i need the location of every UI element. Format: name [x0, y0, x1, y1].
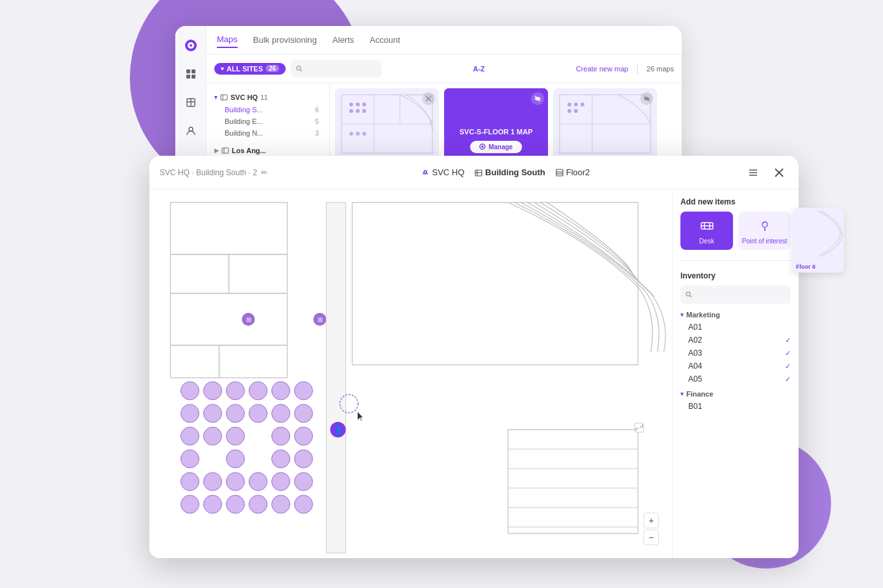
list-icon-btn[interactable]: [744, 164, 762, 182]
breadcrumb-floor: Floor2: [556, 167, 590, 177]
tree-item-building-e[interactable]: Building E... 5: [212, 116, 324, 127]
svg-point-92: [227, 450, 245, 468]
svg-point-105: [272, 495, 290, 513]
edit-icon[interactable]: ✏: [261, 168, 267, 177]
inventory-section: Inventory ▾ Marketing: [680, 271, 791, 415]
front-header: SVC HQ · Building South · 2 ✏ SVC HQ: [149, 156, 799, 190]
svg-point-90: [295, 427, 313, 445]
add-items-title: Add new items: [680, 197, 791, 206]
sort-label[interactable]: A-Z: [473, 65, 484, 73]
svg-rect-4: [192, 69, 195, 73]
manage-button[interactable]: Manage: [470, 141, 521, 153]
nav-account[interactable]: Account: [369, 32, 400, 47]
svg-rect-6: [192, 75, 195, 79]
svg-text:⊞: ⊞: [246, 316, 251, 323]
front-header-left: SVC HQ · Building South · 2 ✏: [160, 168, 267, 177]
svg-line-129: [690, 296, 692, 298]
tree-group-header-la[interactable]: ▶ Los Ang...: [212, 144, 324, 157]
sidebar-icon-building[interactable]: [182, 93, 200, 112]
svg-rect-111: [327, 202, 346, 553]
svg-point-103: [227, 495, 245, 513]
hide-icon-floor5[interactable]: [640, 92, 653, 105]
create-link[interactable]: Create new map: [576, 65, 628, 73]
svg-point-96: [204, 472, 222, 491]
tree-group-svchq: ▾ SVC HQ 11 Building S... 6: [206, 88, 329, 141]
nav-maps[interactable]: Maps: [217, 32, 238, 48]
inventory-item-a02[interactable]: A02 ✓: [680, 334, 791, 347]
svg-point-106: [295, 495, 313, 513]
svg-point-104: [249, 495, 267, 513]
svg-point-94: [295, 450, 313, 468]
svg-rect-5: [186, 75, 190, 79]
nav-alerts[interactable]: Alerts: [332, 32, 354, 47]
right-panel: Add new items Desk: [672, 190, 799, 558]
svg-point-84: [272, 404, 290, 423]
inventory-item-a01[interactable]: A01: [680, 321, 791, 334]
svg-point-48: [567, 103, 571, 106]
add-desk-button[interactable]: Desk: [680, 212, 733, 250]
nav-bulk[interactable]: Bulk provisioning: [253, 32, 317, 47]
zoom-controls: + −: [643, 513, 659, 545]
tree-item-building-n[interactable]: Building N... 3: [212, 127, 324, 139]
sidebar-icon-users[interactable]: [182, 122, 200, 140]
svg-text:👤: 👤: [334, 425, 343, 434]
svg-point-78: [272, 382, 290, 400]
svg-point-30: [362, 109, 366, 113]
extra-floor6-card: Floor 6: [792, 208, 844, 273]
hide-icon-floor2[interactable]: [422, 92, 435, 105]
svg-rect-19: [222, 148, 229, 153]
svg-point-79: [295, 382, 313, 400]
hide-icon-floor3[interactable]: [531, 92, 544, 105]
floor-plan-svg: ⊞ ⊞: [149, 190, 672, 558]
svg-point-97: [227, 472, 245, 491]
all-sites-badge[interactable]: ▾ ALL SITES 26: [214, 63, 286, 75]
svg-point-95: [181, 472, 199, 491]
svg-point-32: [356, 132, 360, 136]
sidebar-icon-map[interactable]: [182, 65, 200, 83]
svg-point-99: [272, 472, 290, 491]
svg-point-52: [574, 109, 578, 113]
divider-1: [680, 260, 791, 261]
filter-bar: ▾ ALL SITES 26 A-Z Create new map | 26 m…: [206, 55, 682, 83]
inventory-item-a03[interactable]: A03 ✓: [680, 347, 791, 360]
add-items-grid: Desk Point of interest: [680, 212, 791, 250]
svg-point-29: [356, 109, 360, 113]
zoom-out-button[interactable]: −: [643, 530, 659, 545]
inventory-group-header-finance[interactable]: ▾ Finance: [680, 388, 791, 400]
sidebar-icon-logo[interactable]: [182, 36, 200, 55]
search-bar[interactable]: [291, 60, 382, 77]
map-card-thumb-floor5: [553, 88, 657, 160]
inventory-title: Inventory: [680, 271, 791, 280]
svg-point-93: [272, 450, 290, 468]
svg-point-80: [181, 404, 199, 423]
svg-point-49: [574, 103, 578, 106]
inventory-item-b01[interactable]: B01: [680, 400, 791, 413]
svg-point-91: [181, 450, 199, 468]
svg-point-81: [204, 404, 222, 423]
svg-point-50: [580, 103, 584, 106]
svg-point-75: [204, 382, 222, 400]
top-nav: Maps Bulk provisioning Alerts Account: [206, 26, 682, 55]
scene: Maps Bulk provisioning Alerts Account ▾ …: [149, 26, 831, 558]
tree-group-header-svchq[interactable]: ▾ SVC HQ 11: [212, 91, 324, 104]
add-poi-button[interactable]: Point of interest: [738, 212, 791, 250]
inventory-search[interactable]: [680, 286, 791, 304]
inventory-group-marketing: ▾ Marketing A01 A02 ✓ A03 ✓: [680, 309, 791, 386]
inventory-group-finance: ▾ Finance B01: [680, 388, 791, 413]
svg-point-26: [356, 103, 360, 106]
svg-point-15: [297, 66, 301, 70]
svg-point-33: [362, 132, 366, 136]
inventory-item-a04[interactable]: A04 ✓: [680, 360, 791, 373]
zoom-in-button[interactable]: +: [643, 513, 659, 528]
inventory-group-header-marketing[interactable]: ▾ Marketing: [680, 309, 791, 321]
svg-point-31: [349, 132, 353, 136]
inventory-item-a05[interactable]: A05 ✓: [680, 373, 791, 386]
front-header-right: [744, 164, 788, 182]
svg-point-101: [181, 495, 199, 513]
close-icon-btn[interactable]: [770, 164, 788, 182]
tree-item-building-s[interactable]: Building S... 6: [212, 104, 324, 116]
svg-point-89: [272, 427, 290, 445]
map-area[interactable]: ⊞ ⊞: [149, 190, 672, 558]
svg-point-85: [295, 404, 313, 423]
svg-line-54: [644, 96, 649, 101]
